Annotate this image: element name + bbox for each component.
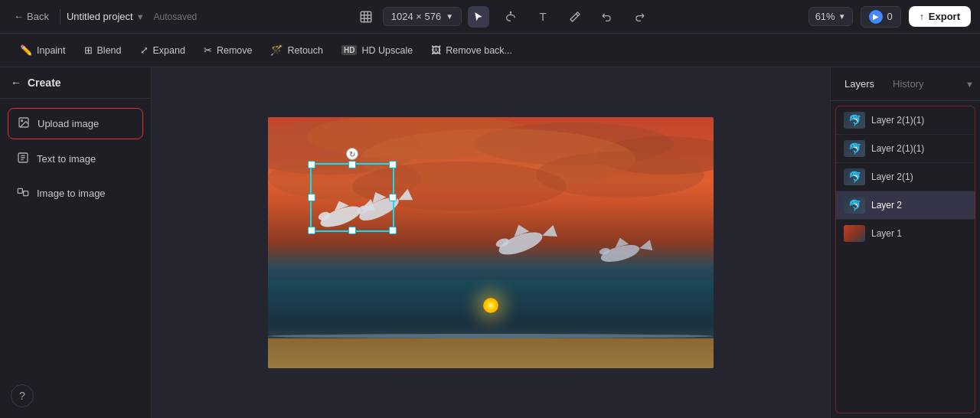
- zoom-chevron-icon: ▼: [838, 12, 846, 21]
- blend-label: Blend: [97, 45, 122, 56]
- select-tool-button[interactable]: [468, 6, 489, 28]
- resize-icon[interactable]: [355, 6, 377, 28]
- hd-upscale-button[interactable]: HD HD Upscale: [334, 41, 420, 60]
- canvas-container: ↻: [268, 117, 714, 368]
- topbar-right: 61% ▼ ▶ 0 ↑ Export: [808, 6, 971, 28]
- layer-thumb: 🐬: [844, 140, 865, 157]
- remove-back-icon: 🖼: [431, 44, 441, 56]
- svg-marker-28: [638, 240, 652, 253]
- svg-point-3: [21, 120, 23, 122]
- layer-name: Layer 2(1)(1): [871, 115, 924, 126]
- right-panel-tabs: Layers History ▼: [831, 67, 980, 101]
- canvas-image: ↻: [268, 117, 714, 368]
- dolphins-svg: [268, 117, 714, 368]
- hd-upscale-label: HD Upscale: [361, 45, 413, 56]
- layer-item[interactable]: 🐬 Layer 2(1): [836, 163, 975, 191]
- layer-thumb: [844, 225, 865, 242]
- expand-label: Expand: [153, 45, 185, 56]
- layer-name: Layer 2(1): [871, 171, 913, 182]
- topbar: ← Back Untitled project ▼ Autosaved 1024…: [0, 0, 980, 34]
- layer-name: Layer 2: [871, 200, 902, 211]
- upload-image-label: Upload image: [38, 118, 99, 129]
- retouch-icon: 🪄: [270, 44, 283, 56]
- main-area: ← Create Upload image: [0, 67, 980, 418]
- inpaint-button[interactable]: ✏️ Inpaint: [12, 41, 74, 60]
- expand-icon: ⤢: [140, 44, 149, 56]
- text-to-image-label: Text to image: [37, 153, 96, 165]
- title-chevron-icon: ▼: [136, 12, 145, 21]
- layer-item[interactable]: 🐬 Layer 2(1)(1): [836, 135, 975, 163]
- upload-image-icon: [18, 116, 30, 131]
- toolbar: ✏️ Inpaint ⊞ Blend ⤢ Expand ✂ Remove 🪄 R…: [0, 34, 980, 67]
- remove-back-button[interactable]: 🖼 Remove back...: [423, 41, 520, 60]
- remove-button[interactable]: ✂ Remove: [196, 41, 260, 60]
- remove-icon: ✂: [204, 44, 212, 56]
- blend-button[interactable]: ⊞ Blend: [77, 41, 129, 60]
- undo-button[interactable]: [596, 6, 618, 28]
- layers-tab[interactable]: Layers: [837, 73, 882, 94]
- zoom-level: 61%: [815, 11, 835, 22]
- export-arrow-icon: ↑: [920, 11, 924, 22]
- credits-icon: ▶: [869, 10, 883, 24]
- back-button[interactable]: ← Back: [9, 8, 54, 25]
- svg-rect-6: [24, 191, 28, 196]
- export-button[interactable]: ↑ Export: [909, 6, 971, 27]
- scene-background: ↻: [268, 117, 714, 368]
- layer-thumb: 🐬: [844, 112, 865, 129]
- topbar-divider1: [60, 9, 60, 24]
- project-title-button[interactable]: Untitled project ▼: [67, 11, 145, 22]
- svg-rect-0: [361, 11, 371, 22]
- layer-item-selected[interactable]: 🐬 Layer 2: [836, 191, 975, 220]
- lasso-tool-button[interactable]: [500, 6, 521, 28]
- credits-count: 0: [887, 11, 893, 22]
- hd-label: HD: [341, 45, 357, 55]
- inpaint-label: Inpaint: [37, 45, 66, 56]
- back-arrow-icon: ←: [14, 11, 24, 22]
- back-to-create-icon: ←: [11, 77, 21, 89]
- canvas-size-button[interactable]: 1024 × 576 ▼: [383, 7, 462, 26]
- layer-thumb: 🐬: [844, 197, 865, 214]
- canvas-area[interactable]: ↻: [152, 67, 830, 418]
- text-to-image-icon: [17, 152, 29, 166]
- svg-point-1: [510, 11, 511, 12]
- topbar-center: 1024 × 576 ▼ T: [355, 6, 650, 28]
- expand-button[interactable]: ⤢ Expand: [132, 41, 193, 60]
- credits-button[interactable]: ▶ 0: [861, 6, 901, 28]
- export-label: Export: [929, 11, 960, 22]
- remove-label: Remove: [217, 45, 253, 56]
- tools-group: T: [468, 6, 650, 28]
- remove-back-label: Remove back...: [446, 45, 512, 56]
- layers-panel: 🐬 Layer 2(1)(1) 🐬 Layer 2(1)(1) 🐬 Layer …: [835, 106, 975, 413]
- svg-marker-24: [540, 225, 557, 241]
- history-tab-label: History: [893, 78, 923, 90]
- blend-icon: ⊞: [84, 44, 93, 56]
- zoom-button[interactable]: 61% ▼: [808, 7, 853, 26]
- size-chevron-icon: ▼: [446, 12, 453, 21]
- svg-rect-5: [18, 188, 22, 193]
- history-tab[interactable]: History: [885, 73, 931, 94]
- draw-tool-button[interactable]: [564, 6, 586, 28]
- text-tool-button[interactable]: T: [532, 6, 554, 28]
- create-title: Create: [28, 77, 61, 89]
- help-button[interactable]: ?: [11, 384, 34, 407]
- svg-marker-20: [396, 189, 413, 206]
- text-to-image-button[interactable]: Text to image: [8, 144, 143, 174]
- left-panel: ← Create Upload image: [0, 67, 152, 418]
- image-to-image-icon: [17, 186, 29, 201]
- back-label: Back: [27, 11, 49, 22]
- retouch-button[interactable]: 🪄 Retouch: [263, 41, 331, 60]
- layers-tab-label: Layers: [844, 78, 874, 90]
- right-panel: Layers History ▼ 🐬 Layer 2(1)(1) 🐬 Layer…: [830, 67, 980, 418]
- upload-image-button[interactable]: Upload image: [8, 108, 143, 139]
- redo-button[interactable]: [629, 6, 650, 28]
- canvas-size-label: 1024 × 576: [391, 11, 441, 22]
- autosaved-status: Autosaved: [154, 11, 198, 22]
- layer-thumb: 🐬: [844, 168, 865, 185]
- layer-name: Layer 1: [871, 228, 902, 239]
- image-to-image-button[interactable]: Image to image: [8, 178, 143, 208]
- layer-name: Layer 2(1)(1): [871, 143, 924, 154]
- layer-item[interactable]: 🐬 Layer 2(1)(1): [836, 106, 975, 135]
- history-chevron-icon: ▼: [965, 80, 974, 89]
- create-items-list: Upload image Text to image: [0, 99, 151, 217]
- layer-item[interactable]: Layer 1: [836, 220, 975, 247]
